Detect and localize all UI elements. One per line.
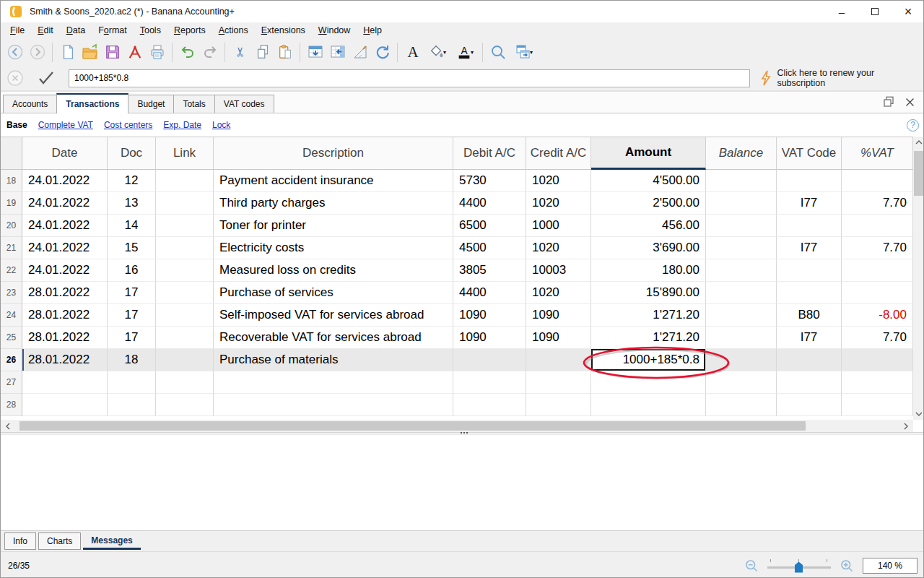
cell-date[interactable]: 28.01.2022 bbox=[22, 304, 108, 327]
font-color-button[interactable]: A ▾ bbox=[451, 41, 479, 64]
undo-button[interactable] bbox=[176, 41, 199, 64]
cell-vat_code[interactable] bbox=[777, 371, 842, 394]
cell-vat_pct[interactable]: 7.70 bbox=[842, 237, 913, 259]
formula-input[interactable] bbox=[69, 69, 750, 87]
cell-amount[interactable]: 1000+185*0.8 bbox=[591, 349, 706, 371]
cell-credit[interactable]: 1020 bbox=[526, 192, 591, 215]
row-number[interactable]: 24 bbox=[1, 304, 22, 327]
cell-vat_pct[interactable] bbox=[842, 170, 913, 192]
cell-date[interactable]: 28.01.2022 bbox=[22, 327, 108, 349]
cell-balance[interactable] bbox=[706, 394, 777, 416]
help-button[interactable]: ? bbox=[907, 119, 919, 131]
cell-description[interactable]: Self-imposed VAT for services abroad bbox=[214, 304, 453, 327]
scroll-down-button[interactable] bbox=[913, 408, 924, 420]
cell-balance[interactable] bbox=[706, 282, 777, 304]
renew-subscription-link[interactable]: Click here to renew your subscription bbox=[760, 68, 924, 88]
cell-date[interactable]: 24.01.2022 bbox=[22, 170, 108, 192]
cell-amount[interactable]: 15'890.00 bbox=[591, 282, 706, 304]
column-header-description[interactable]: Description bbox=[214, 137, 453, 170]
cell-description[interactable] bbox=[214, 394, 453, 416]
row-number[interactable]: 25 bbox=[1, 327, 22, 349]
open-file-button[interactable] bbox=[79, 41, 101, 64]
scroll-right-button[interactable] bbox=[899, 420, 913, 432]
cell-date[interactable]: 24.01.2022 bbox=[22, 259, 108, 282]
dropdown-arrow-icon[interactable]: ▾ bbox=[471, 49, 474, 56]
row-number[interactable]: 26 bbox=[1, 349, 22, 371]
column-header-link[interactable]: Link bbox=[156, 137, 214, 170]
cell-doc[interactable]: 16 bbox=[108, 259, 156, 282]
cell-date[interactable]: 24.01.2022 bbox=[22, 192, 108, 215]
cell-description[interactable]: Recoverable VAT for services abroad bbox=[214, 327, 453, 349]
column-header-date[interactable]: Date bbox=[22, 137, 108, 170]
view-current[interactable]: Base bbox=[6, 120, 27, 130]
cell-amount[interactable] bbox=[591, 394, 706, 416]
close-button[interactable]: × bbox=[892, 1, 924, 22]
cell-date[interactable]: 28.01.2022 bbox=[22, 349, 108, 371]
zoom-slider[interactable] bbox=[767, 558, 831, 573]
cell-debit[interactable] bbox=[453, 371, 526, 394]
row-number-header[interactable] bbox=[1, 137, 22, 170]
cell-credit[interactable]: 1020 bbox=[526, 282, 591, 304]
cell-description[interactable]: Purchase of services bbox=[214, 282, 453, 304]
tab-vat-codes[interactable]: VAT codes bbox=[214, 95, 274, 113]
bottom-tab-messages[interactable]: Messages bbox=[83, 532, 140, 550]
fill-color-button[interactable]: ▾ bbox=[424, 41, 451, 64]
cell-link[interactable] bbox=[156, 371, 214, 394]
cell-link[interactable] bbox=[156, 282, 214, 304]
cell-vat_pct[interactable] bbox=[842, 259, 913, 282]
tab-totals[interactable]: Totals bbox=[173, 95, 214, 113]
zoom-level-field[interactable]: 140 % bbox=[863, 558, 918, 574]
cell-date[interactable]: 28.01.2022 bbox=[22, 282, 108, 304]
cell-link[interactable] bbox=[156, 394, 214, 416]
cell-amount[interactable]: 4'500.00 bbox=[591, 170, 706, 192]
bottom-tab-charts[interactable]: Charts bbox=[38, 532, 81, 550]
cell-doc[interactable] bbox=[108, 394, 156, 416]
cell-debit[interactable]: 1090 bbox=[453, 304, 526, 327]
cell-vat_code[interactable] bbox=[777, 170, 842, 192]
insert-rows-button[interactable] bbox=[304, 41, 326, 64]
cell-balance[interactable] bbox=[706, 327, 777, 349]
cell-vat_code[interactable]: I77 bbox=[777, 237, 842, 259]
copy-button[interactable] bbox=[251, 41, 274, 64]
menu-actions[interactable]: Actions bbox=[212, 24, 255, 37]
tab-transactions[interactable]: Transactions bbox=[56, 93, 128, 113]
column-header-credit-a-c[interactable]: Credit A/C bbox=[526, 137, 591, 170]
cell-amount[interactable] bbox=[591, 371, 706, 394]
cell-vat_code[interactable]: I77 bbox=[777, 327, 842, 349]
cell-description[interactable]: Third party charges bbox=[214, 192, 453, 215]
cell-debit[interactable]: 4400 bbox=[453, 282, 526, 304]
cell-debit[interactable]: 4500 bbox=[453, 237, 526, 259]
cell-doc[interactable] bbox=[108, 371, 156, 394]
cell-debit[interactable] bbox=[453, 394, 526, 416]
cell-amount[interactable]: 1'271.20 bbox=[591, 327, 706, 349]
cell-vat_code[interactable]: I77 bbox=[777, 192, 842, 215]
cell-description[interactable]: Measured loss on credits bbox=[214, 259, 453, 282]
cell-credit[interactable]: 1020 bbox=[526, 237, 591, 259]
menu-help[interactable]: Help bbox=[357, 24, 388, 37]
cell-credit[interactable]: 1000 bbox=[526, 215, 591, 237]
view-link-exp-date[interactable]: Exp. Date bbox=[163, 120, 201, 130]
horizontal-scroll-thumb[interactable] bbox=[19, 421, 806, 431]
cell-vat_pct[interactable] bbox=[842, 394, 913, 416]
menu-file[interactable]: File bbox=[4, 24, 31, 37]
cut-button[interactable]: ✂ bbox=[229, 41, 251, 64]
forward-button[interactable] bbox=[26, 41, 48, 64]
menu-extensions[interactable]: Extensions bbox=[255, 24, 312, 37]
font-button[interactable]: A bbox=[401, 41, 424, 64]
cell-amount[interactable]: 3'690.00 bbox=[591, 237, 706, 259]
cell-vat_pct[interactable] bbox=[842, 282, 913, 304]
cell-link[interactable] bbox=[156, 327, 214, 349]
zoom-in-button[interactable] bbox=[840, 558, 854, 573]
zoom-slider-handle[interactable] bbox=[795, 562, 803, 573]
page-setup-button[interactable] bbox=[349, 41, 371, 64]
menu-window[interactable]: Window bbox=[312, 24, 357, 37]
cell-vat_code[interactable] bbox=[777, 282, 842, 304]
dropdown-arrow-icon[interactable]: ▾ bbox=[443, 49, 446, 56]
cell-description[interactable] bbox=[214, 371, 453, 394]
search-button[interactable] bbox=[487, 41, 509, 64]
scroll-left-button[interactable] bbox=[1, 420, 15, 432]
cell-description[interactable]: Payment accident insurance bbox=[214, 170, 453, 192]
cell-debit[interactable]: 4400 bbox=[453, 192, 526, 215]
restore-view-button[interactable] bbox=[882, 95, 895, 108]
column-header-amount[interactable]: Amount bbox=[591, 137, 706, 170]
